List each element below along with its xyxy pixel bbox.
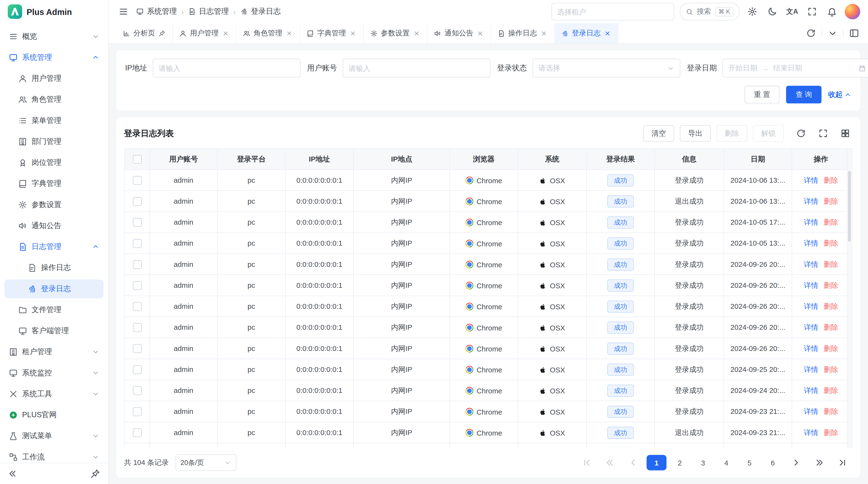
detail-link[interactable]: 详情: [804, 281, 818, 289]
detail-link[interactable]: 详情: [804, 218, 818, 226]
delete-link[interactable]: 删除: [824, 386, 838, 394]
delete-link[interactable]: 删除: [824, 239, 838, 247]
delete-link[interactable]: 删除: [824, 407, 838, 415]
detail-link[interactable]: 详情: [804, 176, 818, 184]
sidebar-item-overview[interactable]: 概览: [4, 27, 103, 46]
unlock-button[interactable]: 解锁: [753, 125, 784, 142]
row-checkbox[interactable]: [133, 323, 142, 332]
tenant-select-input[interactable]: [551, 3, 674, 20]
delete-link[interactable]: 删除: [824, 302, 838, 310]
detail-link[interactable]: 详情: [804, 428, 818, 436]
tab-login-log[interactable]: 登录日志: [555, 23, 618, 43]
row-checkbox[interactable]: [133, 344, 142, 353]
next-page-button[interactable]: [786, 455, 806, 470]
row-checkbox[interactable]: [133, 386, 142, 395]
sidebar-item-role-mgmt[interactable]: 角色管理: [4, 90, 103, 109]
sidebar-item-param-settings[interactable]: 参数设置: [4, 195, 103, 214]
page-button-1[interactable]: 1: [647, 455, 667, 470]
page-button-6[interactable]: 6: [763, 455, 783, 470]
select-all-checkbox[interactable]: [133, 155, 142, 164]
prev-fast-button[interactable]: [600, 455, 620, 470]
notifications-bell-icon[interactable]: [825, 4, 839, 19]
tab-options-chevron-down-icon[interactable]: [825, 26, 840, 40]
sidebar-item-log-mgmt[interactable]: 日志管理: [4, 237, 103, 256]
sidebar-item-op-log[interactable]: 操作日志: [4, 258, 103, 277]
reset-button[interactable]: 重 置: [744, 86, 779, 103]
close-tab-icon[interactable]: [286, 30, 293, 37]
tab-user-mgmt[interactable]: 用户管理: [173, 23, 236, 43]
prev-page-button[interactable]: [623, 455, 643, 470]
first-page-button[interactable]: [577, 455, 597, 470]
refresh-page-icon[interactable]: [804, 26, 818, 40]
collapse-filters-link[interactable]: 收起: [828, 90, 851, 100]
table-scrollbar-thumb[interactable]: [848, 171, 850, 242]
page-button-2[interactable]: 2: [670, 455, 690, 470]
ip-address-input[interactable]: [153, 59, 301, 77]
login-date-range-picker[interactable]: 开始日期 → 结束日期: [722, 59, 868, 77]
sidebar-item-test-menu[interactable]: 测试菜单: [4, 427, 103, 445]
sidebar-item-file-mgmt[interactable]: 文件管理: [4, 300, 103, 319]
sidebar-item-user-mgmt[interactable]: 用户管理: [4, 69, 103, 88]
export-button[interactable]: 导出: [680, 125, 711, 142]
login-status-select[interactable]: 请选择: [532, 59, 680, 77]
sidebar-item-post-mgmt[interactable]: 岗位管理: [4, 153, 103, 172]
close-tab-icon[interactable]: [413, 30, 420, 37]
detail-link[interactable]: 详情: [804, 323, 818, 331]
delete-link[interactable]: 删除: [824, 323, 838, 331]
delete-button[interactable]: 删除: [716, 125, 747, 142]
tab-param-settings[interactable]: 参数设置: [364, 23, 427, 43]
breadcrumb-item-login-log[interactable]: 登录日志: [240, 7, 281, 17]
clear-button[interactable]: 清空: [643, 125, 674, 142]
tab-role-mgmt[interactable]: 角色管理: [236, 23, 300, 43]
delete-link[interactable]: 删除: [824, 428, 838, 436]
tab-dict-mgmt[interactable]: 字典管理: [300, 23, 364, 43]
row-checkbox[interactable]: [133, 407, 142, 416]
row-checkbox[interactable]: [133, 260, 142, 269]
tab-op-log[interactable]: 操作日志: [491, 23, 555, 43]
close-tab-icon[interactable]: [349, 30, 356, 37]
page-button-5[interactable]: 5: [740, 455, 760, 470]
sidebar-item-menu-mgmt[interactable]: 菜单管理: [4, 111, 103, 130]
row-checkbox[interactable]: [133, 428, 142, 437]
delete-link[interactable]: 删除: [824, 260, 838, 268]
row-checkbox[interactable]: [133, 218, 142, 227]
delete-link[interactable]: 删除: [824, 281, 838, 289]
collapse-sidebar-button[interactable]: [5, 466, 20, 481]
sidebar-item-plus-site[interactable]: PLUS官网: [4, 406, 103, 424]
hamburger-menu-icon[interactable]: [116, 4, 131, 19]
sidebar-item-dept-mgmt[interactable]: 部门管理: [4, 132, 103, 151]
pin-sidebar-button[interactable]: [88, 466, 102, 481]
row-checkbox[interactable]: [133, 239, 142, 248]
page-button-3[interactable]: 3: [693, 455, 713, 470]
query-button[interactable]: 查 询: [786, 86, 822, 103]
table-scrollbar[interactable]: [847, 148, 852, 448]
user-avatar[interactable]: [845, 4, 860, 19]
dark-mode-moon-icon[interactable]: [765, 4, 779, 19]
detail-link[interactable]: 详情: [804, 197, 818, 205]
last-page-button[interactable]: [833, 455, 852, 470]
close-tab-icon[interactable]: [604, 30, 611, 37]
page-button-4[interactable]: 4: [716, 455, 736, 470]
delete-link[interactable]: 删除: [824, 197, 838, 205]
row-checkbox[interactable]: [133, 302, 142, 311]
layout-toggle-icon[interactable]: [847, 26, 862, 40]
app-logo[interactable]: Plus Admin: [0, 0, 108, 23]
row-checkbox[interactable]: [133, 176, 142, 185]
breadcrumb-item-log-mgmt[interactable]: 日志管理: [188, 7, 229, 17]
detail-link[interactable]: 详情: [804, 365, 818, 373]
sidebar-item-client-mgmt[interactable]: 客户端管理: [4, 322, 103, 340]
delete-link[interactable]: 删除: [824, 176, 838, 184]
row-checkbox[interactable]: [133, 281, 142, 290]
settings-gear-icon[interactable]: [745, 4, 760, 19]
sidebar-item-dict-mgmt[interactable]: 字典管理: [4, 174, 103, 193]
detail-link[interactable]: 详情: [804, 386, 818, 394]
sidebar-item-notice[interactable]: 通知公告: [4, 217, 103, 235]
translate-icon[interactable]: 文A: [785, 4, 800, 19]
page-size-select[interactable]: 20条/页: [176, 454, 237, 471]
close-tab-icon[interactable]: [222, 30, 229, 37]
breadcrumb-item-system-mgmt[interactable]: 系统管理: [136, 7, 177, 17]
global-search-button[interactable]: 搜索 ⌘ K: [679, 3, 740, 20]
pin-icon[interactable]: [158, 30, 166, 37]
sidebar-item-sys-monitor[interactable]: 系统监控: [4, 363, 103, 382]
close-tab-icon[interactable]: [477, 30, 484, 37]
